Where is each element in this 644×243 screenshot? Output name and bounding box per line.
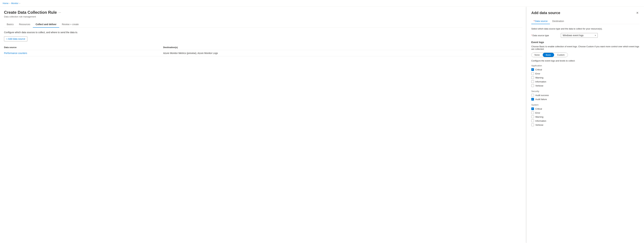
checkbox-row: Information: [531, 80, 639, 83]
panel-tab-datasource[interactable]: *Data source: [531, 18, 550, 24]
source-link-performance[interactable]: Performance counters: [4, 52, 27, 54]
checkbox-sec-audit-success-label: Audit success: [535, 94, 549, 97]
checkbox-app-critical[interactable]: [531, 68, 534, 71]
more-options-icon[interactable]: ···: [58, 11, 61, 14]
close-button[interactable]: ✕: [636, 11, 639, 15]
checkbox-sys-critical-label: Critical: [535, 108, 542, 110]
left-panel: Create Data Collection Rule ··· Data col…: [0, 7, 526, 243]
application-section-title: Application: [531, 64, 639, 67]
checkbox-app-warning-label: Warning: [535, 76, 544, 79]
checkbox-row: Error: [531, 111, 639, 114]
destinations-cell: Azure Monitor Metrics (preview), Azure M…: [163, 50, 522, 56]
table-row: Performance counters Azure Monitor Metri…: [4, 50, 522, 56]
checkbox-sys-error-label: Error: [535, 112, 540, 114]
datasource-type-row: *Data source type Windows event logs ▾: [531, 33, 639, 38]
checkbox-sys-warning[interactable]: [531, 115, 534, 118]
page-subtitle: Data collection rule management: [4, 15, 522, 18]
checkbox-row: Warning: [531, 115, 639, 118]
panel-tab-destination[interactable]: Destination: [550, 18, 566, 24]
tab-review-create[interactable]: Review + create: [59, 21, 82, 28]
event-logs-title: Event logs: [531, 41, 639, 43]
col-header-source: Data source: [4, 45, 163, 50]
checkbox-sys-critical[interactable]: [531, 107, 534, 110]
checkbox-app-critical-label: Critical: [535, 68, 542, 71]
checkbox-row: Audit success: [531, 94, 639, 97]
checkbox-sys-information-label: Information: [535, 120, 546, 122]
checkbox-sec-audit-success[interactable]: [531, 94, 534, 97]
main-layout: Create Data Collection Rule ··· Data col…: [0, 7, 644, 243]
tab-basics[interactable]: Basics: [4, 21, 16, 28]
checkbox-row: Verbose: [531, 124, 639, 126]
chevron-down-icon: ▾: [595, 34, 596, 36]
checkbox-sec-audit-failure-label: Audit failure: [535, 98, 547, 101]
main-tabs: Basics Resources Collect and deliver Rev…: [4, 21, 522, 28]
event-logs-section: Event logs Choose Basic to enable collec…: [531, 41, 639, 126]
system-log-section: System Critical Error Warning Informatio…: [531, 104, 639, 126]
panel-header: Add data source ✕: [531, 11, 639, 15]
toggle-none[interactable]: None: [532, 53, 543, 57]
add-data-source-button[interactable]: + Add data source: [4, 36, 27, 41]
breadcrumb-monitor[interactable]: Monitor: [11, 2, 18, 4]
col-header-dest: Destination(s): [163, 45, 522, 50]
checkbox-app-warning[interactable]: [531, 76, 534, 79]
required-star: *: [534, 20, 534, 22]
panel-tabs: *Data source Destination: [531, 18, 639, 24]
datasource-type-label: *Data source type: [531, 34, 558, 37]
checkbox-app-verbose-label: Verbose: [535, 84, 544, 87]
toggle-basic[interactable]: Basic: [543, 53, 554, 57]
checkbox-app-verbose[interactable]: [531, 84, 534, 87]
checkbox-app-error-label: Error: [535, 72, 540, 75]
breadcrumb-home[interactable]: Home: [3, 2, 8, 4]
application-log-section: Application Critical Error Warning Infor…: [531, 64, 639, 87]
checkbox-sys-warning-label: Warning: [535, 116, 544, 118]
page-title: Create Data Collection Rule: [4, 10, 57, 15]
page-header: Create Data Collection Rule ···: [4, 10, 522, 15]
panel-title: Add data source: [531, 11, 560, 15]
checkbox-row: Critical: [531, 107, 639, 110]
config-description: Configure which data sources to collect,…: [4, 31, 522, 34]
dropdown-value: Windows event logs: [563, 34, 584, 37]
breadcrumb-sep-1: ›: [10, 2, 10, 4]
data-sources-table: Data source Destination(s) Performance c…: [4, 45, 522, 56]
checkbox-row: Critical: [531, 68, 639, 71]
checkbox-app-error[interactable]: [531, 72, 534, 75]
log-mode-toggle: None Basic Custom: [531, 53, 568, 57]
checkbox-row: Warning: [531, 76, 639, 79]
panel-description: Select which data source type and the da…: [531, 27, 639, 30]
toggle-custom[interactable]: Custom: [554, 53, 568, 57]
checkbox-app-information[interactable]: [531, 80, 534, 83]
checkbox-sys-verbose-label: Verbose: [535, 124, 544, 126]
tab-collect-and-deliver[interactable]: Collect and deliver: [33, 21, 59, 28]
top-nav: Home › Monitor ›: [0, 0, 644, 7]
checkbox-row: Verbose: [531, 84, 639, 87]
event-logs-desc: Choose Basic to enable collection of eve…: [531, 45, 639, 50]
checkbox-sys-verbose[interactable]: [531, 124, 534, 126]
checkbox-sys-error[interactable]: [531, 111, 534, 114]
right-panel: Add data source ✕ *Data source Destinati…: [526, 7, 644, 243]
system-section-title: System: [531, 104, 639, 106]
datasource-type-dropdown[interactable]: Windows event logs ▾: [561, 33, 598, 38]
tab-resources[interactable]: Resources: [16, 21, 33, 28]
checkbox-row: Error: [531, 72, 639, 75]
checkbox-sys-information[interactable]: [531, 119, 534, 122]
checkbox-app-information-label: Information: [535, 80, 546, 83]
checkbox-row: Information: [531, 119, 639, 122]
security-section-title: Security: [531, 90, 639, 92]
security-log-section: Security Audit success Audit failure: [531, 90, 639, 101]
checkbox-row: Audit failure: [531, 98, 639, 101]
checkbox-sec-audit-failure[interactable]: [531, 98, 534, 101]
breadcrumb-sep-2: ›: [20, 2, 20, 4]
collect-label: Configure the event logs and levels to c…: [531, 59, 639, 62]
